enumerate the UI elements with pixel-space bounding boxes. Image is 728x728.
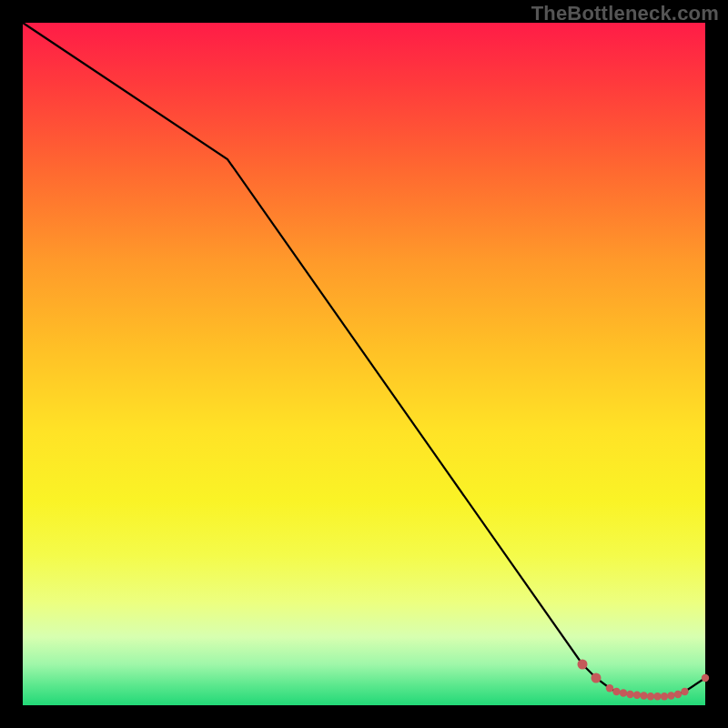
data-point (606, 684, 613, 692)
data-point (592, 673, 602, 683)
data-point (667, 692, 674, 699)
data-point (620, 689, 627, 696)
data-point (640, 692, 647, 699)
data-point (647, 693, 654, 700)
data-point (633, 692, 641, 699)
curve-line (23, 23, 705, 696)
curve-markers (578, 660, 710, 701)
data-point (626, 691, 633, 698)
data-point (578, 660, 588, 670)
chart-frame: TheBottleneck.com (0, 0, 728, 728)
data-point (612, 688, 620, 695)
data-point (702, 674, 709, 682)
data-point (661, 693, 668, 700)
plot-svg (23, 23, 705, 705)
data-point (674, 691, 682, 698)
data-point (681, 688, 688, 695)
plot-area (23, 23, 705, 705)
data-point (653, 693, 661, 700)
